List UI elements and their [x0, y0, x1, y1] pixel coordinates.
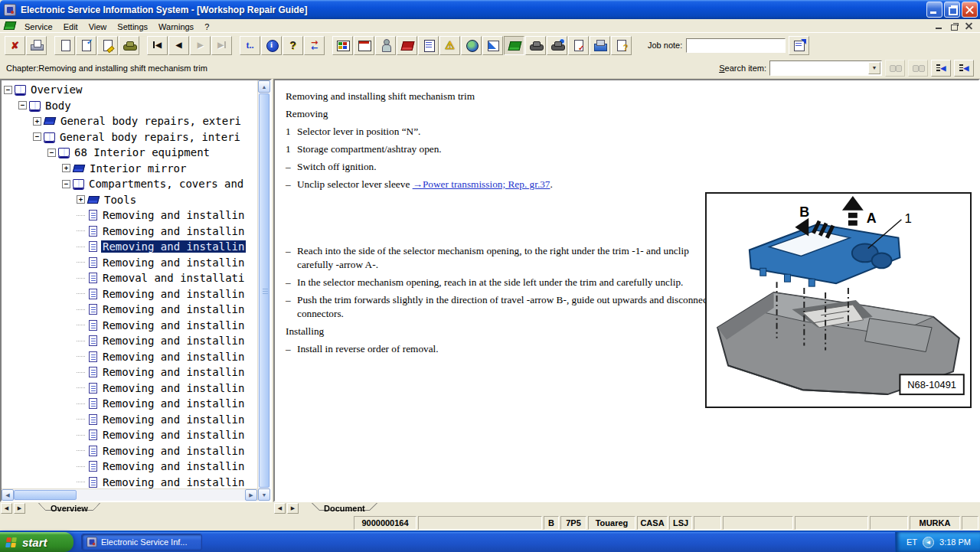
- search-dropdown-button[interactable]: ▼: [868, 62, 880, 74]
- previous-hit-button[interactable]: [931, 60, 951, 77]
- transfer-button[interactable]: [304, 36, 325, 55]
- collapse-icon[interactable]: −: [18, 101, 27, 109]
- clock[interactable]: 3:18 PM: [939, 537, 971, 547]
- tree-item-label[interactable]: Tools: [103, 194, 138, 206]
- tab-overview[interactable]: Overview: [37, 503, 102, 515]
- tree-item-label[interactable]: Removing and installin: [101, 397, 246, 410]
- edit-note-button[interactable]: [97, 36, 118, 55]
- collapse-icon[interactable]: −: [62, 180, 70, 188]
- tree-item[interactable]: Removing and installin: [2, 302, 257, 318]
- tree-item-label[interactable]: Removing and installin: [101, 209, 246, 221]
- tree-item[interactable]: Removing and installin: [2, 239, 257, 255]
- new-document-button[interactable]: [54, 36, 75, 55]
- menu-item-edit[interactable]: Edit: [58, 21, 83, 32]
- tray-status-icon[interactable]: ◄: [923, 537, 934, 548]
- exit-button[interactable]: ✘: [5, 36, 25, 55]
- collapse-icon[interactable]: −: [4, 86, 12, 94]
- expand-icon[interactable]: +: [62, 164, 70, 172]
- tree-item-label[interactable]: Compartments, covers and: [87, 178, 245, 190]
- mdi-minimize-button[interactable]: [933, 21, 946, 31]
- tree-item[interactable]: −Body: [2, 98, 257, 114]
- tree-item-label[interactable]: Removing and installin: [101, 319, 246, 332]
- language-indicator[interactable]: ET: [906, 537, 917, 547]
- document-link[interactable]: →Power transmission; Rep. gr.37: [413, 178, 550, 190]
- tree-item-label[interactable]: Removing and installin: [101, 225, 246, 237]
- tree-item[interactable]: Removing and installin: [2, 364, 257, 381]
- taskbar-window-button[interactable]: Electronic Service Inf...: [81, 534, 202, 550]
- info-button[interactable]: [261, 36, 282, 55]
- window-red-button[interactable]: [354, 36, 374, 55]
- manual-red-button[interactable]: [397, 36, 417, 55]
- tree-item[interactable]: Removing and installin: [2, 333, 257, 349]
- scroll-up-icon[interactable]: ▲: [258, 80, 270, 93]
- menu-item-settings[interactable]: Settings: [112, 21, 153, 32]
- scroll-right-icon[interactable]: ▶: [245, 489, 257, 501]
- tree-item-label[interactable]: Interior mirror: [88, 162, 188, 175]
- vehicle-service-button[interactable]: [547, 36, 567, 55]
- search-input[interactable]: [770, 64, 868, 73]
- tree-item[interactable]: −Overview: [2, 82, 257, 98]
- fill-button[interactable]: [482, 36, 503, 55]
- next-hit-button[interactable]: [954, 60, 974, 77]
- window-grid-button[interactable]: [332, 36, 353, 55]
- tree-item[interactable]: Removing and installin: [2, 207, 257, 224]
- menu-item-warnings[interactable]: Warnings: [153, 21, 199, 32]
- mdi-close-button[interactable]: [962, 21, 975, 31]
- menu-item-view[interactable]: View: [83, 21, 113, 32]
- tree-item-label[interactable]: Removing and installin: [101, 351, 246, 363]
- doc-tab-scroll-right-button[interactable]: ▶: [287, 503, 299, 514]
- tree-item[interactable]: Removing and installin: [2, 318, 257, 334]
- tree-item-label[interactable]: Body: [44, 100, 73, 112]
- collapse-icon[interactable]: −: [47, 149, 56, 157]
- document-check-button[interactable]: [76, 36, 96, 55]
- tree-item-label[interactable]: Removing and installin: [101, 429, 246, 441]
- tree-item[interactable]: Removing and installin: [2, 459, 257, 475]
- tree-item[interactable]: −Compartments, covers and: [2, 176, 257, 192]
- tree-item-label[interactable]: Removing and installin: [101, 476, 246, 488]
- tree-item-label[interactable]: 68 Interior equipment: [73, 146, 211, 158]
- job-note-button[interactable]: [789, 36, 809, 55]
- mdi-restore-button[interactable]: [948, 21, 961, 31]
- t-button[interactable]: t..: [240, 36, 260, 55]
- tree-vertical-scrollbar[interactable]: ▲ ▼: [257, 80, 270, 501]
- tree-item-label[interactable]: Removing and installin: [101, 303, 246, 315]
- tree-item-label[interactable]: Removing and installin: [101, 256, 246, 269]
- minimize-button[interactable]: [926, 2, 942, 18]
- tree-item-label[interactable]: General body repairs, interi: [58, 131, 242, 143]
- next-record-button[interactable]: ▶: [190, 36, 211, 55]
- user-settings-button[interactable]: [375, 36, 396, 55]
- document-list-button[interactable]: [418, 36, 439, 55]
- first-record-button[interactable]: ◀: [147, 36, 168, 55]
- doc-tab-scroll-left-button[interactable]: ◀: [274, 503, 286, 514]
- tree-item[interactable]: Removing and installin: [2, 443, 257, 459]
- tree-item[interactable]: Removal and installati: [2, 270, 257, 286]
- close-button[interactable]: [962, 2, 978, 18]
- tree-item[interactable]: Removing and installin: [2, 412, 257, 428]
- find-next-button[interactable]: [908, 60, 928, 77]
- scroll-down-icon[interactable]: ▼: [258, 488, 270, 501]
- document-help-button[interactable]: [611, 36, 632, 55]
- tree-item[interactable]: −68 Interior equipment: [2, 145, 257, 161]
- tree-horizontal-scrollbar[interactable]: ◀ ▶: [2, 488, 257, 501]
- checklist-button[interactable]: [568, 36, 589, 55]
- globe-button[interactable]: [461, 36, 482, 55]
- menu-item-service[interactable]: Service: [19, 21, 58, 32]
- tree-item-label[interactable]: General body repairs, exteri: [59, 115, 243, 127]
- tree-item[interactable]: −General body repairs, interi: [2, 129, 257, 145]
- tree-item[interactable]: Removing and installin: [2, 286, 257, 302]
- horizontal-scroll-thumb[interactable]: [14, 490, 77, 500]
- tree-item-label[interactable]: Removing and installin: [101, 413, 246, 426]
- find-button[interactable]: [885, 60, 905, 77]
- restore-button[interactable]: [944, 2, 960, 18]
- tree-item[interactable]: +General body repairs, exteri: [2, 113, 257, 129]
- tree-item-label[interactable]: Removing and installin: [101, 335, 246, 347]
- tab-scroll-left-button[interactable]: ◀: [1, 503, 12, 514]
- warning-button[interactable]: ⚠: [439, 36, 460, 55]
- tree-item[interactable]: +Tools: [2, 192, 257, 208]
- workshop-manual-button[interactable]: [504, 36, 524, 55]
- tab-document[interactable]: Document: [310, 503, 379, 515]
- print-button[interactable]: [26, 36, 47, 55]
- fax-button[interactable]: [590, 36, 610, 55]
- tree-item[interactable]: +Interior mirror: [2, 161, 257, 177]
- expand-icon[interactable]: +: [33, 117, 41, 126]
